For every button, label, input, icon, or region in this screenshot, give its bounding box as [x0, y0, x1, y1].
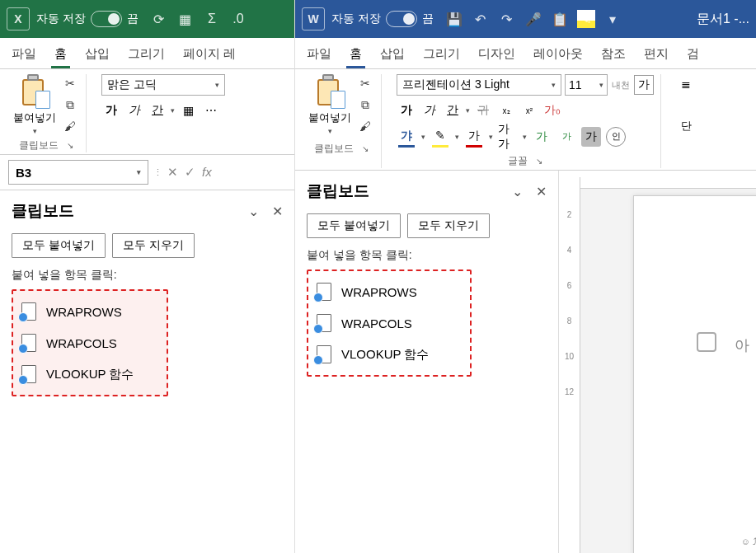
underline-arrow[interactable]: ▾ [171, 106, 175, 115]
font-name-arrow[interactable]: ▾ [215, 81, 219, 89]
pane-close-icon[interactable]: ✕ [536, 184, 547, 199]
highlighter-icon[interactable]: ✎ [577, 10, 595, 28]
italic-button[interactable]: 가 [420, 101, 439, 120]
font-name-combobox[interactable]: 맑은 고딕 ▾ [101, 74, 225, 96]
enclose-char-in-button[interactable]: 인 [606, 127, 626, 147]
superscript-button[interactable]: x² [519, 101, 539, 120]
paste-all-button[interactable]: 모두 붙여넣기 [307, 213, 401, 238]
text-effects-button[interactable]: 가₀ [542, 101, 562, 120]
format-painter-icon[interactable]: 🖌 [61, 117, 79, 135]
copy-icon[interactable]: ⧉ [61, 96, 79, 114]
clip-doc-icon [21, 334, 36, 352]
pane-options-chevron[interactable]: ⌄ [512, 184, 523, 199]
horizontal-ruler[interactable] [580, 171, 756, 189]
paste-dropdown-arrow[interactable]: ▾ [328, 127, 332, 135]
clipboard-item[interactable]: WRAPROWS [16, 296, 163, 327]
strikethrough-button[interactable]: 귀 [473, 101, 493, 120]
font-group-label: 글꼴 [508, 154, 528, 168]
document-page[interactable] [633, 195, 756, 553]
clipboard-qat-icon[interactable]: 📋 [551, 10, 569, 28]
tab-references[interactable]: 참조 [598, 41, 629, 68]
copilot-side-icon[interactable] [697, 332, 716, 352]
decimal-icon[interactable]: .0 [229, 10, 247, 28]
clipboard-item[interactable]: WRAPCOLS [16, 327, 163, 359]
name-box-arrow[interactable]: ▾ [137, 168, 141, 176]
refresh-icon[interactable]: ⟳ [150, 10, 168, 28]
tab-pagelayout[interactable]: 페이지 레 [180, 41, 239, 68]
cancel-formula-icon[interactable]: ✕ [167, 165, 178, 180]
clipboard-item[interactable]: WRAPROWS [312, 276, 467, 307]
font-name-arrow[interactable]: ▾ [552, 81, 556, 89]
bold-button[interactable]: 가 [397, 101, 416, 120]
tab-design[interactable]: 디자인 [475, 41, 519, 68]
tab-insert[interactable]: 삽입 [82, 41, 113, 68]
word-app-icon: W [302, 7, 325, 30]
tab-review[interactable]: 검 [683, 41, 702, 68]
font-size-combobox[interactable]: 11 ▾ [565, 74, 608, 96]
misc-button[interactable]: ⋯ [201, 101, 221, 120]
format-painter-icon[interactable]: 🖌 [356, 117, 374, 135]
tab-file[interactable]: 파일 [303, 41, 335, 68]
clipboard-item[interactable]: VLOOKUP 함수 [16, 359, 163, 390]
copy-icon[interactable]: ⧉ [356, 96, 374, 114]
mic-icon[interactable]: 🎤 [524, 10, 542, 28]
autosave-toggle[interactable]: 자동 저장 끔 [331, 11, 434, 27]
font-name-combobox[interactable]: 프리젠테이션 3 Light ▾ [397, 74, 561, 96]
tab-layout[interactable]: 레이아웃 [530, 41, 586, 68]
font-color-button[interactable]: 가 [464, 125, 484, 148]
font-size-arrow[interactable]: ▾ [599, 81, 603, 89]
tab-mailings[interactable]: 편지 [641, 41, 672, 68]
vertical-ruler[interactable]: 2 4 6 8 10 12 [559, 177, 580, 553]
pane-close-icon[interactable]: ✕ [272, 204, 283, 219]
undo-icon[interactable]: ↶ [472, 10, 490, 28]
tab-home[interactable]: 홈 [346, 41, 365, 68]
accept-formula-icon[interactable]: ✓ [185, 165, 195, 180]
name-box[interactable]: B3 ▾ [8, 160, 148, 185]
tab-draw[interactable]: 그리기 [420, 41, 463, 68]
bold-button[interactable]: 가 [101, 101, 121, 120]
underline-button[interactable]: 간 [148, 101, 167, 120]
paste-button[interactable]: 붙여넣기 ▾ [13, 74, 56, 135]
tab-insert[interactable]: 삽입 [377, 41, 408, 68]
clear-all-button[interactable]: 모두 지우기 [112, 233, 195, 258]
italic-button[interactable]: 가 [124, 101, 144, 120]
clipboard-dialog-launcher[interactable]: ↘ [67, 141, 73, 150]
tab-file[interactable]: 파일 [8, 41, 40, 68]
autosave-toggle[interactable]: 자동 저장 끔 [36, 11, 139, 27]
paste-dropdown-arrow[interactable]: ▾ [33, 127, 37, 135]
clear-all-button[interactable]: 모두 지우기 [407, 213, 490, 238]
qat-more-arrow[interactable]: ▾ [603, 10, 622, 28]
status-indicator: ☺ ⤴ [741, 537, 756, 546]
enclose-char-ga-button[interactable]: 가 [581, 127, 601, 147]
pane-options-chevron[interactable]: ⌄ [248, 204, 259, 219]
shrink-font-button[interactable]: 가 [556, 127, 576, 147]
paste-all-button[interactable]: 모두 붙여넣기 [12, 233, 106, 258]
save-icon[interactable]: 💾 [445, 10, 463, 28]
cut-icon[interactable]: ✂ [356, 74, 374, 92]
subscript-button[interactable]: x₂ [496, 101, 516, 120]
grow-font-button[interactable]: 가 [532, 127, 552, 147]
autosum-icon[interactable]: Σ [203, 10, 221, 28]
char-spacing-button[interactable]: 가가 [498, 127, 518, 147]
hanja-box-button[interactable]: 가 [634, 75, 654, 95]
border-button[interactable]: ▦ [178, 101, 198, 120]
tab-home[interactable]: 홈 [51, 41, 70, 68]
font-dialog-launcher[interactable]: ↘ [536, 157, 542, 166]
cut-icon[interactable]: ✂ [61, 74, 79, 92]
highlighter-button[interactable]: ✎ [430, 125, 450, 148]
fx-icon[interactable]: fx [202, 165, 212, 180]
document-canvas[interactable]: ㄴ 2 4 6 8 10 12 아 ☺ ⤴ [559, 171, 756, 553]
clipboard-dialog-launcher[interactable]: ↘ [362, 144, 369, 153]
paste-button[interactable]: 붙여넣기 ▾ [308, 74, 351, 135]
underline-arrow[interactable]: ▾ [466, 106, 470, 115]
save-icon[interactable]: ▦ [176, 10, 195, 28]
clipboard-item[interactable]: VLOOKUP 함수 [312, 339, 467, 370]
autosave-switch[interactable] [91, 11, 122, 27]
paragraph-lines-icon[interactable]: ≣ [676, 74, 696, 94]
redo-icon[interactable]: ↷ [498, 10, 516, 28]
tab-draw[interactable]: 그리기 [124, 41, 168, 68]
underline-button[interactable]: 간 [443, 101, 463, 120]
text-highlight-blue-button[interactable]: 갸 [397, 125, 416, 148]
clipboard-item[interactable]: WRAPCOLS [312, 307, 467, 339]
autosave-switch[interactable] [386, 11, 417, 27]
